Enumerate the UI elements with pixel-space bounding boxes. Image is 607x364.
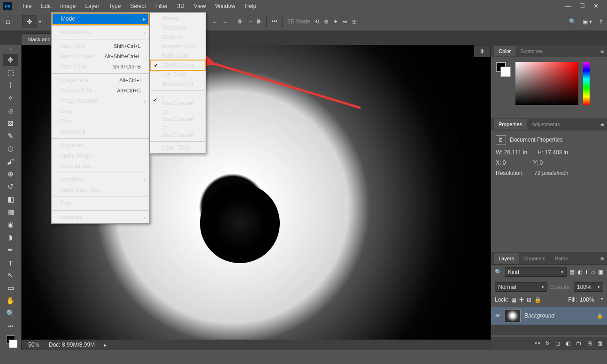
filter-smart-icon[interactable]: ▣ <box>598 269 603 275</box>
menu-item-trap-[interactable]: Trap... <box>52 198 149 209</box>
menu-3d[interactable]: 3D <box>172 1 189 11</box>
maximize-button[interactable]: ☐ <box>579 2 585 9</box>
filter-kind-icon[interactable]: 🔍 <box>495 269 502 275</box>
lock-pixels-icon[interactable]: ▦ <box>511 296 516 303</box>
link-layers-icon[interactable]: ⚯ <box>535 340 540 347</box>
status-chevron-icon[interactable]: ▸ <box>104 342 107 348</box>
filter-adjust-icon[interactable]: ◐ <box>577 269 582 275</box>
clone-stamp-tool[interactable]: ⊕ <box>3 168 18 180</box>
mode-item-8-bits-channel[interactable]: ✔8 Bits/Channel <box>150 92 206 108</box>
delete-layer-icon[interactable]: 🗑 <box>598 340 603 347</box>
visibility-icon[interactable]: 👁 <box>495 312 501 319</box>
toolbox-collapse-icon[interactable]: » <box>9 47 12 52</box>
collapsed-panel-icon[interactable]: ⊪ <box>474 45 491 57</box>
menu-item-mode[interactable]: Mode▸ <box>52 13 149 25</box>
menu-item-trim-[interactable]: Trim... <box>52 116 149 127</box>
opacity-input[interactable]: 100%▾ <box>574 282 603 292</box>
dodge-tool[interactable]: ◗ <box>3 231 18 243</box>
menu-item-auto-color[interactable]: Auto ColorShift+Ctrl+B <box>52 61 149 72</box>
lock-artboard-icon[interactable]: ⊞ <box>527 296 531 303</box>
layer-style-icon[interactable]: fx <box>546 340 550 347</box>
menu-filter[interactable]: Filter <box>151 1 173 11</box>
close-button[interactable]: ✕ <box>593 2 599 9</box>
mode-item-lab-color[interactable]: Lab Color <box>150 70 206 79</box>
search-icon[interactable]: 🔍 <box>569 18 576 25</box>
eraser-tool[interactable]: ◧ <box>3 193 18 205</box>
doc-size[interactable]: Doc: 8.99M/8.99M <box>49 341 95 348</box>
menu-select[interactable]: Select <box>125 1 150 11</box>
path-select-tool[interactable]: ↖ <box>3 269 18 281</box>
menu-file[interactable]: File <box>18 1 36 11</box>
edit-toolbar-icon[interactable]: ••• <box>3 320 18 332</box>
filter-shape-icon[interactable]: ▱ <box>591 269 595 275</box>
move-tool[interactable]: ✥ <box>3 54 18 66</box>
menu-layer[interactable]: Layer <box>80 1 104 11</box>
mode-item-multichannel[interactable]: Multichannel <box>150 79 206 89</box>
filter-pixel-icon[interactable]: ▤ <box>569 269 575 275</box>
menu-item-image-rotation[interactable]: Image Rotation▸ <box>52 96 149 106</box>
eyedropper-tool[interactable]: ✎ <box>3 130 18 142</box>
marquee-tool[interactable]: ⬚ <box>3 67 18 79</box>
menu-image[interactable]: Image <box>55 1 80 11</box>
panel-menu-icon[interactable]: ≡ <box>600 121 604 128</box>
tab-adjustments[interactable]: Adjustments <box>527 119 565 129</box>
workspace-icon[interactable]: ▣ ▾ <box>583 18 592 25</box>
panel-menu-icon[interactable]: ≡ <box>600 255 604 262</box>
blend-mode-select[interactable]: Normal▾ <box>495 282 547 292</box>
frame-tool[interactable]: ⊠ <box>3 117 18 129</box>
menu-item-analysis[interactable]: Analysis▸ <box>52 212 149 222</box>
menu-type[interactable]: Type <box>104 1 125 11</box>
adjustment-layer-icon[interactable]: ◐ <box>566 340 570 347</box>
menu-item-crop[interactable]: Crop <box>52 106 149 116</box>
menu-item-auto-tone[interactable]: Auto ToneShift+Ctrl+L <box>52 41 149 51</box>
mode-item-grayscale[interactable]: Grayscale <box>150 23 206 32</box>
menu-item-duplicate-[interactable]: Duplicate... <box>52 140 149 151</box>
menu-help[interactable]: Help <box>240 1 261 11</box>
hue-slider[interactable] <box>583 62 590 105</box>
menu-item-adjustments[interactable]: Adjustments▸ <box>52 27 149 38</box>
tab-color[interactable]: Color <box>494 46 515 56</box>
layer-row-background[interactable]: 👁 Background 🔒 <box>491 307 607 325</box>
blur-tool[interactable]: ◉ <box>3 219 18 231</box>
crop-tool[interactable]: ⟃ <box>3 105 18 117</box>
filter-type-icon[interactable]: T <box>585 269 588 275</box>
lasso-tool[interactable]: ⌇ <box>3 79 18 91</box>
menu-item-apply-image-[interactable]: Apply Image... <box>52 151 149 161</box>
mode-item-indexed-color[interactable]: Indexed Color <box>150 42 206 51</box>
type-tool[interactable]: T <box>3 257 18 269</box>
lock-position-icon[interactable]: ✚ <box>519 296 524 303</box>
tab-layers[interactable]: Layers <box>494 253 519 264</box>
mode-item-rgb-color[interactable]: RGB Color <box>150 51 206 61</box>
menu-item-reveal-all[interactable]: Reveal All <box>52 127 149 137</box>
magic-wand-tool[interactable]: ✧ <box>3 92 18 104</box>
fill-input[interactable]: 100%▾ <box>580 296 603 303</box>
mode-item-cmyk-color[interactable]: ✔CMYK Color <box>150 60 206 71</box>
minimize-button[interactable]: — <box>565 2 571 9</box>
menu-item-auto-contrast[interactable]: Auto ContrastAlt+Shift+Ctrl+L <box>52 51 149 61</box>
menu-edit[interactable]: Edit <box>36 1 55 11</box>
zoom-tool[interactable]: 🔍 <box>3 307 18 319</box>
mode-item-16-bits-channel[interactable]: 16 Bits/Channel <box>150 108 206 124</box>
history-brush-tool[interactable]: ↺ <box>3 181 18 193</box>
menu-view[interactable]: View <box>189 1 211 11</box>
group-icon[interactable]: 🗀 <box>576 340 582 347</box>
new-layer-icon[interactable]: ⊞ <box>587 340 592 347</box>
hand-tool[interactable]: ✋ <box>3 295 18 307</box>
layer-thumbnail[interactable] <box>505 309 521 322</box>
lock-icon[interactable]: 🔒 <box>597 313 603 319</box>
menu-window[interactable]: Window <box>211 1 240 11</box>
active-tool-icon[interactable]: ✥ <box>22 15 37 28</box>
menu-item-image-size-[interactable]: Image Size...Alt+Ctrl+I <box>52 75 149 85</box>
tab-channels[interactable]: Channels <box>519 253 550 264</box>
healing-brush-tool[interactable]: ◍ <box>3 143 18 155</box>
filter-kind-select[interactable]: Kind▾ <box>505 267 567 277</box>
rectangle-tool[interactable]: ▭ <box>3 282 18 294</box>
tab-paths[interactable]: Paths <box>550 253 573 264</box>
menu-item-canvas-size-[interactable]: Canvas Size...Alt+Ctrl+C <box>52 85 149 96</box>
brush-tool[interactable]: 🖌 <box>3 155 18 167</box>
background-color[interactable] <box>9 340 17 348</box>
3d-mode-icons[interactable]: ⟲⊕✦⇔⊞ <box>315 18 357 25</box>
distribute-icons[interactable]: ⊪⊪⊪ <box>238 18 261 25</box>
zoom-level[interactable]: 50% <box>28 341 39 348</box>
pen-tool[interactable]: ✒ <box>3 244 18 256</box>
